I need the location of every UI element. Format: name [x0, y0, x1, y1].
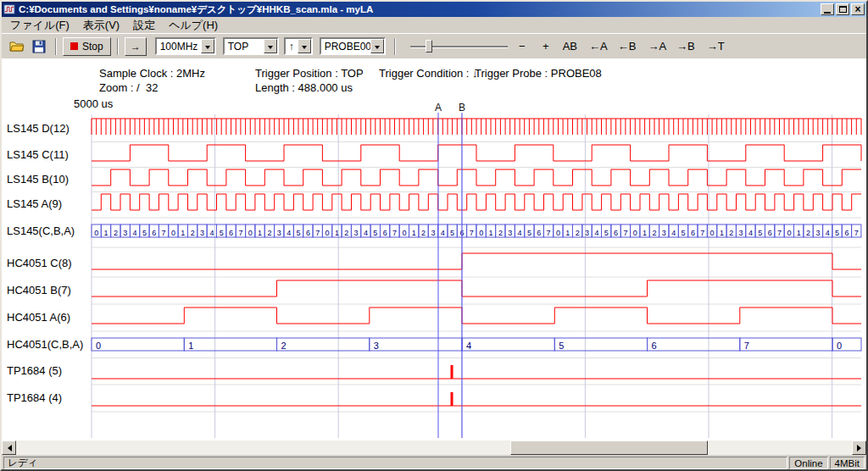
menu-settings[interactable]: 設定 [126, 16, 162, 35]
maximize-button[interactable] [836, 3, 849, 15]
chevron-down-icon[interactable] [201, 39, 214, 53]
status-memory-badge: 4MBit [830, 457, 865, 469]
menu-help[interactable]: ヘルプ(H) [162, 16, 225, 35]
floppy-icon [32, 40, 46, 53]
stop-icon [70, 42, 78, 50]
menubar: ファイル(F) 表示(V) 設定 ヘルプ(H) [2, 17, 866, 33]
open-button[interactable] [7, 37, 27, 56]
toolbar: Stop → 100MHz TOP ↑ PROBE00 − + AB ←A ←B [2, 33, 866, 58]
trigger-position-value: TOP [225, 41, 264, 53]
trigger-position-select[interactable]: TOP [223, 37, 279, 55]
goto-b-left-button[interactable]: ←B [615, 37, 639, 56]
goto-b-right-button[interactable]: →B [674, 37, 698, 56]
minimize-button[interactable] [821, 3, 834, 15]
menu-view[interactable]: 表示(V) [76, 16, 126, 35]
trigger-probe-select[interactable]: PROBE00 [320, 37, 386, 55]
length-info: Length : 488.000 us [255, 81, 353, 94]
position-slider[interactable] [410, 38, 508, 55]
zoom-info: Zoom : / 32 [99, 81, 158, 94]
toolbar-separator [117, 38, 119, 55]
trigger-probe-info: Trigger Probe : PROBE08 [475, 67, 602, 80]
slider-thumb[interactable] [426, 40, 432, 53]
sample-clock-value: 100MHz [157, 41, 201, 53]
scroll-right-icon [857, 445, 865, 452]
scroll-right-button[interactable] [852, 441, 866, 455]
trigger-edge-value: ↑ [286, 41, 298, 53]
sample-clock-info: Sample Clock : 2MHz [99, 67, 205, 80]
goto-a-left-button[interactable]: ←A [587, 37, 610, 56]
app-icon [3, 3, 15, 15]
stop-label: Stop [82, 41, 103, 53]
sample-clock-select[interactable]: 100MHz [155, 37, 216, 55]
chevron-down-icon[interactable] [370, 39, 384, 53]
scroll-left-button[interactable] [2, 441, 16, 455]
ab-span-button[interactable]: AB [560, 37, 580, 56]
statusbar: レディ Online 4MBit [2, 457, 866, 469]
close-button[interactable]: × [851, 3, 865, 15]
trigger-probe-value: PROBE00 [321, 41, 370, 53]
toolbar-separator [55, 38, 57, 55]
scroll-left-icon [4, 445, 12, 452]
horizontal-scrollbar[interactable] [2, 441, 866, 455]
zoom-in-button[interactable]: + [537, 37, 555, 56]
chevron-down-icon[interactable] [298, 39, 311, 53]
window-title: C:¥Documents and Settings¥noname¥デスクトップ¥… [15, 3, 819, 16]
maximize-icon [839, 6, 847, 13]
menu-file[interactable]: ファイル(F) [3, 16, 76, 35]
trigger-position-info: Trigger Position : TOP [255, 67, 364, 80]
waveform-panel: Sample Clock : 2MHz Trigger Position : T… [2, 58, 866, 441]
chevron-down-icon[interactable] [264, 39, 277, 53]
status-message: レディ [3, 457, 787, 469]
toolbar-separator [394, 38, 396, 55]
app-window: C:¥Documents and Settings¥noname¥デスクトップ¥… [0, 0, 868, 471]
titlebar: C:¥Documents and Settings¥noname¥デスクトップ¥… [2, 2, 866, 17]
run-button[interactable]: → [125, 37, 147, 56]
goto-a-right-button[interactable]: →A [645, 37, 669, 56]
stop-button[interactable]: Stop [63, 37, 111, 56]
scroll-track[interactable] [16, 441, 852, 455]
trigger-edge-select[interactable]: ↑ [284, 37, 313, 55]
goto-trigger-button[interactable]: →T [704, 37, 727, 56]
save-button[interactable] [29, 37, 49, 56]
status-online-badge: Online [789, 457, 827, 469]
scroll-thumb[interactable] [510, 441, 708, 455]
minimize-icon [824, 12, 831, 14]
trigger-condition-info: Trigger Condition : ↓ [379, 67, 478, 80]
zoom-out-button[interactable]: − [513, 37, 531, 56]
open-folder-icon [9, 40, 25, 53]
